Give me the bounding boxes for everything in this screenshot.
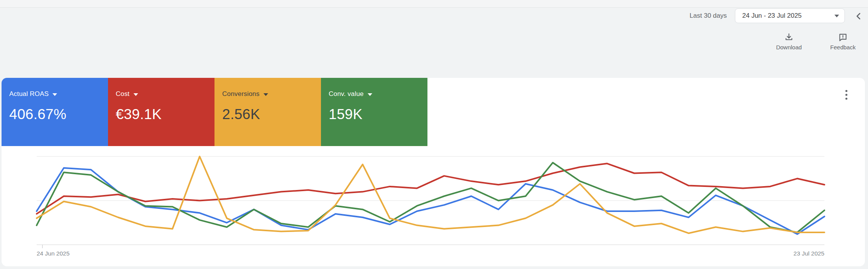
chevron-left-icon <box>854 11 864 21</box>
collapse-panel-button[interactable] <box>853 11 864 22</box>
feedback-button[interactable]: Feedback <box>820 32 866 50</box>
download-button[interactable]: Download <box>766 32 812 50</box>
series-conv-value <box>37 163 824 232</box>
date-range-value: 24 Jun - 23 Jul 2025 <box>742 12 802 20</box>
x-axis-start-label: 24 Jun 2025 <box>37 250 69 257</box>
feedback-label: Feedback <box>830 44 856 50</box>
download-label: Download <box>776 44 802 50</box>
performance-chart-card: Actual ROAS 406.67% Cost €39.1K Conversi… <box>2 78 865 266</box>
download-icon <box>784 32 794 42</box>
top-divider-strip <box>0 0 868 8</box>
series-conversions <box>37 156 824 233</box>
chevron-down-icon <box>834 15 839 17</box>
date-range-selector[interactable]: 24 Jun - 23 Jul 2025 <box>735 8 845 23</box>
feedback-icon <box>838 32 848 42</box>
timeseries-line-chart <box>2 78 865 266</box>
date-range-preset-label: Last 30 days <box>690 12 727 20</box>
x-axis-end-label: 23 Jul 2025 <box>794 250 824 257</box>
